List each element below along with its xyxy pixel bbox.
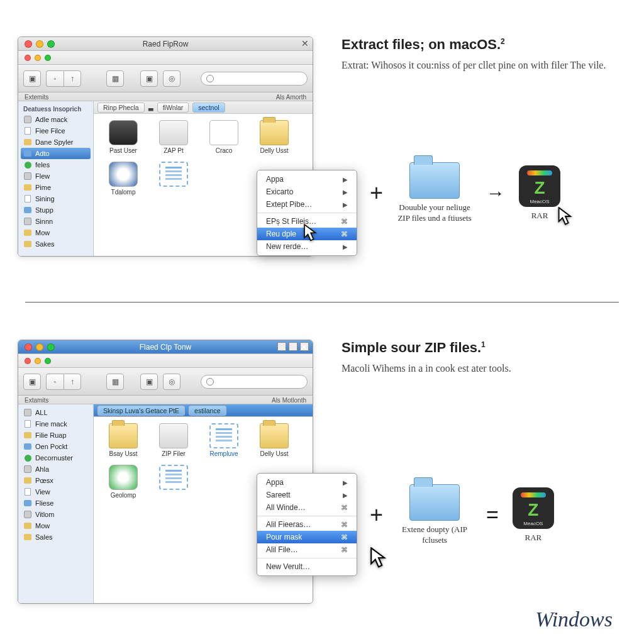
context-menu-item[interactable]: Exicarto▶ bbox=[257, 186, 357, 198]
path-segment[interactable]: fiWnlar bbox=[157, 103, 189, 113]
sidebar-item[interactable]: Vitlom bbox=[18, 509, 93, 520]
sidebar-item-icon bbox=[23, 442, 32, 451]
view-icon-button[interactable]: ▦ bbox=[106, 70, 124, 87]
context-menu-item[interactable]: Alil Fieeras…⌘ bbox=[257, 518, 357, 531]
path-segment[interactable]: Rinp Phecla bbox=[97, 103, 145, 113]
context-menu-item[interactable]: Sareett▶ bbox=[257, 489, 357, 501]
context-menu-item[interactable]: EPș St Fileis…⌘ bbox=[257, 215, 357, 228]
sidebar-item[interactable]: Mow bbox=[18, 227, 93, 238]
file-item[interactable]: Tdalomp bbox=[101, 162, 145, 196]
rar-app-icon[interactable]: Z MeacOS bbox=[513, 487, 554, 529]
file-item-selected[interactable] bbox=[152, 465, 196, 499]
file-item[interactable]: Delly Usst bbox=[252, 423, 296, 457]
file-item[interactable]: Geolomp bbox=[101, 465, 145, 499]
back-button[interactable]: ◦ bbox=[46, 70, 64, 87]
minimize-icon[interactable] bbox=[35, 358, 41, 364]
title-bar[interactable]: Flaed Clp Tonw ✕ bbox=[18, 340, 313, 354]
zoom-icon[interactable] bbox=[45, 358, 51, 364]
sidebar-item[interactable]: Sakes bbox=[18, 238, 93, 250]
context-menu-item[interactable]: All Winde…⌘ bbox=[257, 501, 357, 514]
maximize-icon[interactable] bbox=[289, 342, 297, 351]
context-menu-item[interactable]: New rerde…▶ bbox=[257, 240, 357, 253]
file-item[interactable]: Bsay Usst bbox=[101, 423, 145, 457]
sidebar-item[interactable]: Adto bbox=[21, 148, 91, 159]
sidebar-item-label: Dane Spyler bbox=[35, 138, 74, 146]
action-button[interactable]: ▣ bbox=[140, 70, 158, 87]
close-icon[interactable] bbox=[25, 55, 31, 61]
sidebar-item-icon bbox=[23, 138, 32, 147]
forward-button[interactable]: ↑ bbox=[64, 70, 81, 87]
file-item[interactable]: ZIP Filer bbox=[152, 423, 196, 457]
sidebar-item[interactable]: feles bbox=[18, 159, 93, 170]
quicklook-button[interactable]: ▣ bbox=[23, 374, 41, 390]
zoom-icon[interactable] bbox=[45, 55, 51, 61]
menu-item-label: Extept Pibe… bbox=[266, 200, 312, 209]
file-item[interactable]: ZAP Pt bbox=[152, 120, 196, 154]
minimize-icon[interactable] bbox=[35, 55, 41, 61]
search-input[interactable] bbox=[201, 375, 308, 389]
sidebar-item[interactable]: Adle mack bbox=[18, 114, 93, 125]
cursor-icon bbox=[558, 207, 572, 225]
forward-button[interactable]: ↑ bbox=[64, 374, 81, 390]
rar-app-icon[interactable]: Z MeacOS bbox=[519, 165, 560, 207]
toolbar-label-right: Als Amorth bbox=[276, 94, 306, 101]
title-bar[interactable]: Raed FipRow ✕ bbox=[18, 37, 313, 51]
shortcut-label: ⌘ bbox=[341, 504, 348, 512]
file-item[interactable]: Delly Usst bbox=[252, 120, 296, 154]
action-button[interactable]: ▣ bbox=[140, 374, 158, 390]
context-menu-item[interactable]: Pour mask⌘ bbox=[257, 531, 357, 543]
sidebar-item[interactable]: Fine mack bbox=[18, 418, 93, 430]
path-segment-current[interactable]: sectnol bbox=[192, 103, 225, 113]
context-menu-item[interactable]: New Verult… bbox=[257, 560, 357, 573]
share-button[interactable]: ◎ bbox=[163, 374, 180, 390]
sidebar-item[interactable]: Sinnn bbox=[18, 216, 93, 227]
menu-item-label: Appa bbox=[266, 175, 284, 184]
sidebar-item[interactable]: Mow bbox=[18, 520, 93, 531]
sidebar-item[interactable]: Dane Spyler bbox=[18, 136, 93, 148]
search-input[interactable] bbox=[201, 72, 308, 86]
back-button[interactable]: ◦ bbox=[46, 374, 64, 390]
sidebar-item[interactable]: Sining bbox=[18, 193, 93, 204]
quicklook-button[interactable]: ▣ bbox=[23, 70, 41, 87]
sidebar-item[interactable]: Oen Pockt bbox=[18, 441, 93, 452]
equals-icon: = bbox=[486, 502, 499, 527]
sidebar-item[interactable]: Decornuster bbox=[18, 452, 93, 464]
sidebar-item-icon bbox=[23, 160, 32, 169]
context-menu-item[interactable]: Extept Pibe…▶ bbox=[257, 198, 357, 211]
sidebar-item[interactable]: Stupp bbox=[18, 204, 93, 216]
sidebar-item[interactable]: Fliese bbox=[18, 497, 93, 509]
sidebar-item[interactable]: View bbox=[18, 486, 93, 497]
path-segment[interactable]: estilance bbox=[189, 406, 226, 416]
context-menu: Appa▶Exicarto▶Extept Pibe…▶EPș St Fileis… bbox=[257, 170, 357, 256]
cursor-icon bbox=[370, 547, 384, 565]
sidebar-item[interactable]: Pime bbox=[18, 182, 93, 193]
context-menu-item[interactable]: Appa▶ bbox=[257, 173, 357, 186]
sidebar-item[interactable]: Pœsx bbox=[18, 475, 93, 486]
file-item[interactable]: Rempluve bbox=[202, 423, 246, 457]
sidebar-item-icon bbox=[23, 487, 32, 496]
file-item[interactable]: Past User bbox=[101, 120, 145, 154]
minimize-icon[interactable] bbox=[277, 342, 286, 351]
sidebar-item[interactable]: Fiee Filce bbox=[18, 125, 93, 136]
sidebar-item[interactable]: Ahla bbox=[18, 464, 93, 475]
path-segment[interactable]: Skinsp Luva's Getace PtE bbox=[97, 406, 185, 416]
sidebar-item[interactable]: Sales bbox=[18, 531, 93, 543]
close-icon[interactable]: ✕ bbox=[301, 38, 309, 48]
file-item[interactable]: Craco bbox=[202, 120, 246, 154]
context-menu-item[interactable]: Alil File…⌘ bbox=[257, 543, 357, 556]
compass-icon bbox=[109, 162, 138, 187]
context-menu-item[interactable]: Appa▶ bbox=[257, 476, 357, 489]
sidebar-item[interactable]: ALL bbox=[18, 407, 93, 418]
file-item-selected[interactable] bbox=[152, 162, 196, 196]
context-menu-item[interactable]: Reu dple⌘ bbox=[257, 228, 357, 240]
sidebar-item-icon bbox=[23, 217, 32, 226]
view-icon-button[interactable]: ▦ bbox=[106, 374, 124, 390]
sidebar-item[interactable]: Filie Ruap bbox=[18, 430, 93, 441]
close-icon[interactable]: ✕ bbox=[300, 342, 309, 351]
annotation-body: Extrat: Wihosos it cou:niss of per cllet… bbox=[341, 58, 620, 73]
close-icon[interactable] bbox=[25, 358, 31, 364]
share-button[interactable]: ◎ bbox=[163, 70, 180, 87]
path-bar: Skinsp Luva's Getace PtE estilance bbox=[94, 404, 313, 417]
sidebar: ALLFine mackFilie RuapOen PocktDecornust… bbox=[18, 404, 94, 603]
sidebar-item[interactable]: Flew bbox=[18, 170, 93, 182]
